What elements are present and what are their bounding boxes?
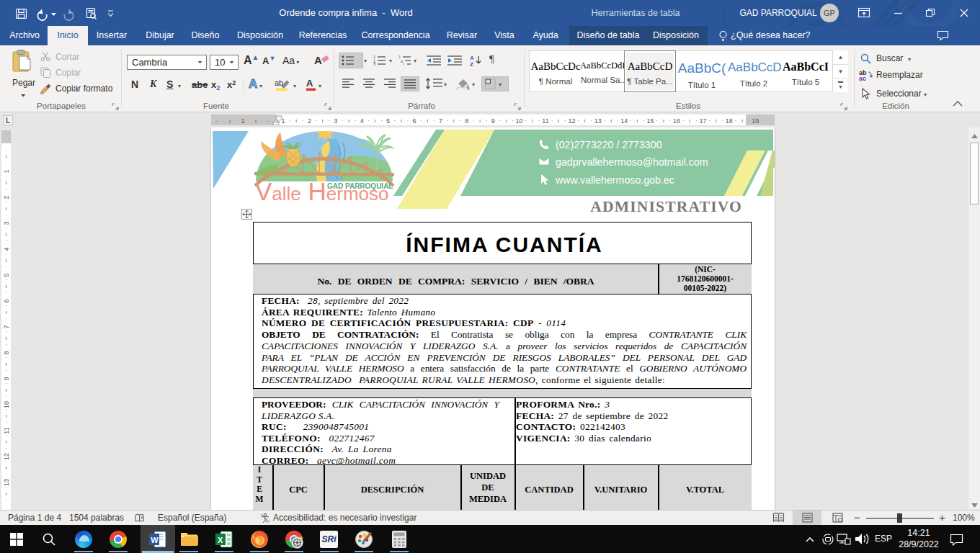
svg-text:·: ·: [407, 117, 409, 124]
svg-text:www.vallehermoso.gob.ec: www.vallehermoso.gob.ec: [555, 174, 674, 186]
svg-text:ı: ı: [5, 153, 6, 160]
svg-text:5: 5: [386, 117, 390, 125]
svg-text:ı: ı: [348, 117, 349, 124]
svg-text:1: 1: [241, 117, 244, 125]
svg-text:·: ·: [216, 117, 218, 125]
svg-text:·: ·: [315, 117, 317, 124]
svg-text:ı: ı: [321, 117, 323, 124]
svg-text:·: ·: [695, 117, 698, 124]
svg-text:ı: ı: [295, 117, 297, 124]
svg-text:A: A: [470, 55, 474, 61]
svg-text:ı: ı: [5, 309, 6, 315]
svg-text:ı: ı: [663, 117, 664, 124]
svg-text:13: 13: [594, 117, 602, 125]
svg-text:ı: ı: [5, 413, 6, 419]
svg-text:i: i: [403, 62, 404, 66]
svg-text:GAD PARROQUIAL: GAD PARROQUIAL: [327, 182, 393, 190]
svg-text:·: ·: [5, 367, 7, 374]
svg-text:ac: ac: [859, 75, 866, 81]
svg-text:·: ·: [604, 117, 606, 124]
svg-text:·: ·: [656, 117, 658, 124]
svg-text:·: ·: [5, 289, 7, 296]
svg-text:ı: ı: [401, 117, 402, 124]
svg-text:gadprvallehermoso@hotmail.com: gadprvallehermoso@hotmail.com: [556, 156, 708, 168]
svg-text:ı: ı: [5, 205, 6, 212]
svg-text:·: ·: [5, 484, 7, 490]
svg-text:·: ·: [5, 432, 7, 439]
svg-text:9: 9: [491, 117, 495, 125]
svg-text:8: 8: [465, 117, 468, 125]
svg-text:·: ·: [433, 117, 435, 124]
svg-text:·: ·: [551, 117, 553, 124]
svg-text:·: ·: [289, 117, 291, 124]
svg-text:2: 2: [308, 117, 311, 125]
svg-text:ı: ı: [5, 179, 6, 186]
svg-text:17: 17: [699, 117, 706, 125]
svg-text:·: ·: [5, 173, 7, 179]
svg-text:·: ·: [5, 471, 7, 477]
svg-text:·: ·: [5, 276, 7, 283]
svg-text:·: ·: [590, 117, 592, 124]
svg-text:·: ·: [302, 117, 304, 124]
svg-text:11: 11: [542, 117, 548, 125]
svg-text:·: ·: [748, 117, 750, 124]
svg-text:Z: Z: [470, 61, 473, 67]
svg-text:·: ·: [577, 117, 579, 124]
svg-text:·: ·: [5, 458, 7, 464]
svg-text:·: ·: [268, 117, 270, 125]
svg-text:·: ·: [682, 117, 685, 124]
svg-text:·: ·: [5, 302, 7, 309]
svg-text:ı: ı: [636, 117, 638, 124]
svg-text:·: ·: [499, 117, 501, 124]
svg-text:ı: ı: [5, 231, 6, 238]
svg-text:ı: ı: [427, 117, 428, 124]
svg-text:7: 7: [439, 117, 442, 125]
svg-text:·: ·: [5, 354, 7, 361]
svg-text:W: W: [151, 536, 159, 544]
svg-text:·: ·: [564, 117, 566, 124]
svg-text:18: 18: [726, 117, 733, 125]
svg-text:·: ·: [5, 238, 7, 244]
svg-text:·: ·: [380, 117, 383, 124]
svg-text:·: ·: [512, 117, 514, 124]
svg-text:·: ·: [5, 160, 7, 166]
svg-text:·: ·: [630, 117, 632, 124]
svg-text:ı: ı: [5, 439, 6, 445]
svg-text:·: ·: [342, 117, 344, 124]
svg-text:ı: ı: [229, 117, 231, 125]
svg-text:A: A: [306, 78, 313, 89]
svg-text:·: ·: [669, 117, 672, 124]
svg-text:16: 16: [673, 117, 680, 125]
svg-text:x: x: [141, 515, 143, 520]
svg-text:·: ·: [721, 117, 723, 124]
svg-text:ı: ı: [5, 257, 6, 264]
svg-text:·: ·: [5, 393, 7, 400]
svg-text:·: ·: [617, 117, 619, 124]
svg-text:ı: ı: [741, 117, 743, 124]
svg-text:·: ·: [5, 315, 7, 322]
svg-text:·: ·: [420, 117, 422, 124]
svg-text:14: 14: [620, 117, 628, 125]
svg-text:ı: ı: [715, 117, 716, 124]
svg-text:ı: ı: [453, 117, 454, 124]
svg-text:6: 6: [412, 117, 416, 125]
svg-text:3: 3: [334, 117, 337, 125]
svg-text:ı: ı: [255, 117, 257, 125]
svg-text:·: ·: [459, 117, 461, 124]
svg-text:ı: ı: [5, 490, 6, 497]
svg-text:ı: ı: [584, 117, 585, 124]
svg-text:ı: ı: [5, 283, 6, 289]
svg-text:·: ·: [735, 117, 737, 124]
svg-text:·: ·: [5, 212, 7, 218]
svg-text:·: ·: [708, 117, 710, 124]
svg-text:·: ·: [355, 117, 357, 124]
svg-text:ı: ı: [505, 117, 507, 124]
svg-text:·: ·: [393, 117, 396, 124]
svg-text:ı: ı: [374, 117, 375, 124]
svg-text:15: 15: [647, 117, 654, 125]
svg-text:·: ·: [5, 251, 7, 257]
svg-text:ı: ı: [558, 117, 559, 124]
svg-text:ı: ı: [5, 387, 6, 393]
svg-text:·: ·: [5, 328, 7, 335]
svg-text:·: ·: [5, 445, 7, 451]
